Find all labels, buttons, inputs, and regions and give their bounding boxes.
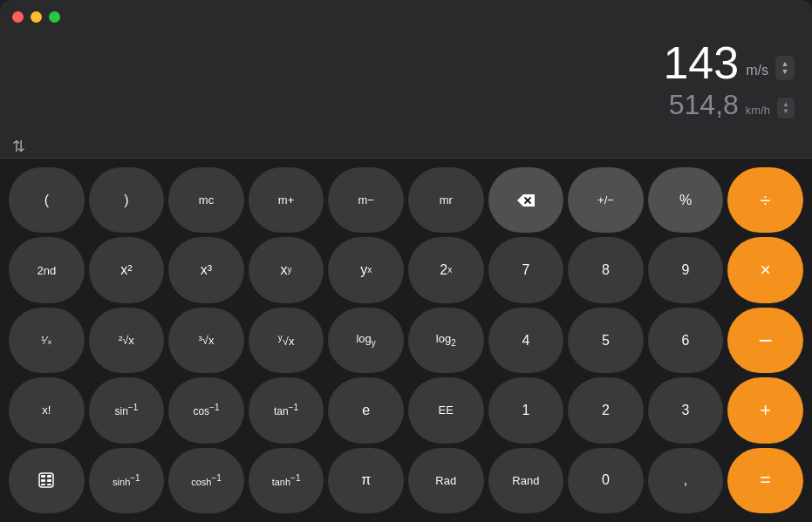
arcsinh-button[interactable]: sinh−1 [89,448,165,513]
secondary-display-row: 514,8 km/h ▲ ▼ [669,89,795,121]
secondary-value: 514,8 [669,89,739,121]
x-cubed-button[interactable]: x³ [168,237,244,302]
log-y-button[interactable]: logy [328,308,404,373]
6-button[interactable]: 6 [648,308,724,373]
y-root-button[interactable]: y√x [249,308,324,373]
arccosh-button[interactable]: cosh−1 [168,448,244,513]
backspace-button[interactable] [488,167,564,233]
5-button[interactable]: 5 [568,308,644,373]
keypad: ( ) mc m+ m− mr +/− % ÷ 2nd x² x³ xy yx [0,162,812,522]
svg-rect-4 [47,475,51,478]
keypad-row-4: x! sin−1 cos−1 tan−1 e EE 1 2 3 + [9,377,803,443]
m-plus-button[interactable]: m+ [249,167,324,233]
ee-button[interactable]: EE [408,377,484,443]
swap-button[interactable]: ⇅ [12,137,25,156]
svg-rect-8 [47,484,51,485]
calculator-mode-button[interactable] [9,448,85,513]
cbrt-button[interactable]: ³√x [168,308,244,373]
maximize-button[interactable] [49,11,60,23]
x-squared-button[interactable]: x² [89,237,165,302]
titlebar [0,0,812,33]
rand-button[interactable]: Rand [488,448,564,513]
x-to-y-button[interactable]: xy [249,237,324,302]
9-button[interactable]: 9 [648,237,724,302]
display-area: 143 m/s ▲ ▼ 514,8 km/h ▲ ▼ [0,33,812,132]
close-paren-button[interactable]: ) [89,167,165,233]
main-value: 143 [663,40,739,85]
keypad-row-1: ( ) mc m+ m− mr +/− % ÷ [9,167,803,233]
1-button[interactable]: 1 [488,377,564,443]
decimal-button[interactable]: , [648,448,724,513]
add-button[interactable]: + [727,377,803,443]
swap-row: ⇅ [0,132,812,158]
divider [0,158,812,159]
2-button[interactable]: 2 [568,377,644,443]
secondary-unit-label: km/h [746,104,770,121]
8-button[interactable]: 8 [568,237,644,302]
minimize-button[interactable] [31,11,42,23]
svg-rect-5 [41,479,45,482]
divide-button[interactable]: ÷ [727,167,803,233]
0-button[interactable]: 0 [568,448,644,513]
keypad-row-5: sinh−1 cosh−1 tanh−1 π Rad Rand 0 , = [9,448,803,513]
svg-rect-6 [47,479,51,482]
keypad-row-2: 2nd x² x³ xy yx 2x 7 8 9 × [9,237,803,302]
y-to-x-button[interactable]: yx [328,237,404,302]
2nd-button[interactable]: 2nd [9,237,85,302]
equals-button[interactable]: = [727,448,803,513]
open-paren-button[interactable]: ( [9,167,85,233]
arctan-button[interactable]: tan−1 [249,377,324,443]
arccos-button[interactable]: cos−1 [168,377,244,443]
arctanh-button[interactable]: tanh−1 [249,448,324,513]
multiply-button[interactable]: × [727,237,803,302]
2-to-x-button[interactable]: 2x [408,237,484,302]
keypad-row-3: ¹⁄ₓ ²√x ³√x y√x logy log2 4 5 6 − [9,308,803,373]
m-minus-button[interactable]: m− [328,167,404,233]
mc-button[interactable]: mc [168,167,244,233]
main-unit-label: m/s [746,63,768,85]
svg-rect-7 [41,484,45,485]
calculator-window: 143 m/s ▲ ▼ 514,8 km/h ▲ ▼ ⇅ ( ) mc m+ m [0,0,812,522]
mr-button[interactable]: mr [408,167,484,233]
4-button[interactable]: 4 [488,308,564,373]
main-display-row: 143 m/s ▲ ▼ [17,40,795,85]
sqrt-button[interactable]: ²√x [89,308,165,373]
reciprocal-button[interactable]: ¹⁄ₓ [9,308,85,373]
svg-rect-3 [41,475,45,478]
7-button[interactable]: 7 [488,237,564,302]
main-unit-stepper[interactable]: ▲ ▼ [775,56,795,80]
percent-button[interactable]: % [648,167,724,233]
log2-button[interactable]: log2 [408,308,484,373]
factorial-button[interactable]: x! [9,377,85,443]
arcsin-button[interactable]: sin−1 [89,377,165,443]
3-button[interactable]: 3 [648,377,724,443]
rad-button[interactable]: Rad [408,448,484,513]
subtract-button[interactable]: − [727,308,803,373]
euler-button[interactable]: e [328,377,404,443]
secondary-unit-stepper[interactable]: ▲ ▼ [777,98,795,119]
close-button[interactable] [12,11,24,23]
pi-button[interactable]: π [328,448,404,513]
plus-minus-button[interactable]: +/− [568,167,644,233]
